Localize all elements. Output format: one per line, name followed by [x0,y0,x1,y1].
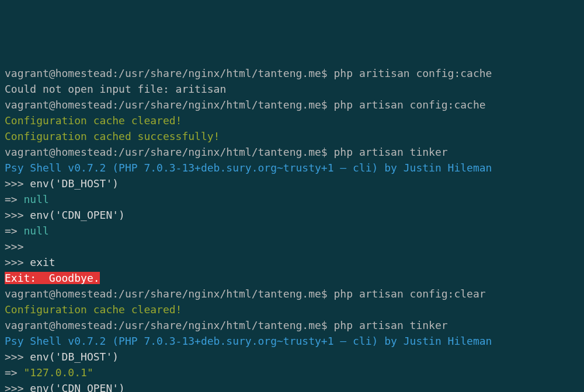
terminal-line: => null [5,223,579,239]
typed-command: php artisan config:cache [334,99,486,111]
repl-command: env('CDN_OPEN') [30,382,125,392]
repl-command: env('CDN_OPEN') [30,209,125,221]
psy-shell-banner: Psy Shell v0.7.2 (PHP 7.0.3-13+deb.sury.… [5,333,579,349]
success-output: Configuration cache cleared! [5,302,579,317]
terminal-line: Exit: Goodbye. [5,270,579,286]
repl-result-value: null [24,193,49,205]
typed-command: php artisan tinker [334,146,448,158]
terminal-line: => "127.0.0.1" [5,365,579,380]
terminal-line: >>> env('CDN_OPEN') [5,207,579,223]
repl-result-arrow: => [5,225,24,237]
terminal-line: >>> env('DB_HOST') [5,176,579,191]
error-output: Could not open input file: aritisan [5,81,579,97]
psy-shell-banner: Psy Shell v0.7.2 (PHP 7.0.3-13+deb.sury.… [5,160,579,176]
terminal-line: >>> exit [5,254,579,270]
terminal-line: vagrant@homestead:/usr/share/nginx/html/… [5,65,579,81]
repl-prompt: >>> [5,256,30,268]
repl-prompt: >>> [5,209,30,221]
terminal-line: >>> [5,239,579,254]
success-output: Configuration cache cleared! [5,113,579,128]
terminal-line: => null [5,191,579,207]
terminal-line: vagrant@homestead:/usr/share/nginx/html/… [5,286,579,302]
terminal-line: >>> env('CDN_OPEN') [5,380,579,392]
repl-prompt: >>> [5,351,30,363]
terminal-line: >>> env('DB_HOST') [5,349,579,365]
shell-prompt: vagrant@homestead:/usr/share/nginx/html/… [5,146,334,158]
terminal-line: vagrant@homestead:/usr/share/nginx/html/… [5,144,579,160]
shell-prompt: vagrant@homestead:/usr/share/nginx/html/… [5,288,334,300]
terminal-output[interactable]: vagrant@homestead:/usr/share/nginx/html/… [5,65,579,392]
repl-command: env('DB_HOST') [30,351,119,363]
shell-prompt: vagrant@homestead:/usr/share/nginx/html/… [5,319,334,331]
repl-prompt: >>> [5,382,30,392]
terminal-line: vagrant@homestead:/usr/share/nginx/html/… [5,317,579,333]
exit-message: Exit: Goodbye. [5,272,100,284]
repl-command: exit [30,256,55,268]
typed-command: php artisan config:clear [334,288,486,300]
repl-result-value: "127.0.0.1" [24,366,93,379]
repl-command: env('DB_HOST') [30,177,119,190]
shell-prompt: vagrant@homestead:/usr/share/nginx/html/… [5,99,334,111]
typed-command: php artisan tinker [334,319,448,331]
repl-result-value: null [24,225,49,237]
repl-result-arrow: => [5,366,24,379]
repl-prompt: >>> [5,177,30,190]
shell-prompt: vagrant@homestead:/usr/share/nginx/html/… [5,67,334,79]
typed-command: php aritisan config:cache [334,67,492,79]
repl-result-arrow: => [5,193,24,205]
success-output: Configuration cached successfully! [5,128,579,144]
terminal-line: vagrant@homestead:/usr/share/nginx/html/… [5,97,579,113]
repl-prompt: >>> [5,240,24,253]
